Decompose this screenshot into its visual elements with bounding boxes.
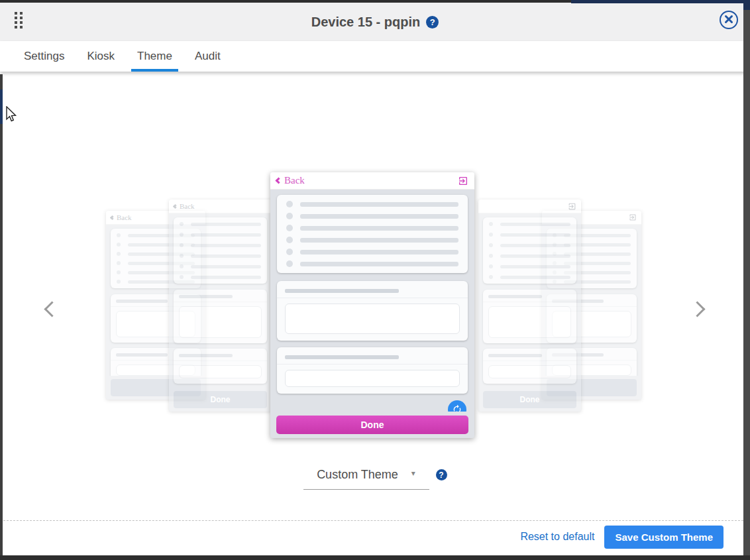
mouse-cursor xyxy=(5,106,17,126)
done-button-preview: Done xyxy=(483,391,576,408)
page-title: Device 15 - pqpin xyxy=(311,15,421,30)
page-edge-left-navy xyxy=(0,89,3,124)
page-edge-right xyxy=(743,0,750,560)
done-button-preview: Done xyxy=(276,416,468,434)
title-help-icon[interactable]: ? xyxy=(426,16,439,28)
close-button[interactable] xyxy=(720,11,738,29)
sign-in-icon xyxy=(458,176,468,186)
chevron-left-icon xyxy=(44,301,60,317)
theme-preview-current: Back Done xyxy=(270,172,474,438)
theme-select[interactable]: Custom Theme ▾ xyxy=(303,467,429,490)
page-edge-left xyxy=(0,74,3,560)
reset-to-default-link[interactable]: Reset to default xyxy=(520,531,594,543)
back-link: Back xyxy=(276,175,305,186)
chevron-left-icon xyxy=(276,178,282,184)
theme-help-icon[interactable]: ? xyxy=(436,469,447,480)
chevron-down-icon: ▾ xyxy=(411,469,415,478)
tab-settings[interactable]: Settings xyxy=(18,41,70,72)
drag-handle-icon[interactable] xyxy=(15,12,23,28)
chevron-left-icon xyxy=(110,215,115,219)
tab-audit[interactable]: Audit xyxy=(189,41,227,72)
refresh-icon xyxy=(448,400,466,412)
theme-select-value: Custom Theme xyxy=(317,468,398,482)
theme-preview-mid-left[interactable]: Back Done xyxy=(169,199,272,412)
tab-kiosk[interactable]: Kiosk xyxy=(81,41,121,72)
tab-bar: Settings Kiosk Theme Audit xyxy=(0,41,750,72)
page-edge-top-navy xyxy=(571,0,750,3)
page-edge-bottom xyxy=(0,555,750,560)
device-theme-modal: Device 15 - pqpin ? Settings Kiosk Theme… xyxy=(0,0,750,560)
carousel-next-button[interactable] xyxy=(688,296,712,325)
tab-theme[interactable]: Theme xyxy=(131,41,178,72)
back-link: Back xyxy=(174,202,195,210)
done-button-preview: Done xyxy=(174,391,267,408)
modal-footer: Reset to default Save Custom Theme xyxy=(0,520,743,555)
theme-preview-mid-right[interactable]: Back Done xyxy=(478,199,581,412)
sign-in-icon xyxy=(568,202,576,211)
modal-header: Device 15 - pqpin ? xyxy=(0,3,750,41)
theme-tab-content: Back Back Done Back xyxy=(0,72,750,520)
back-link: Back xyxy=(111,213,132,221)
save-custom-theme-button[interactable]: Save Custom Theme xyxy=(604,526,723,549)
page-edge-right-navy xyxy=(743,0,750,10)
sign-in-icon xyxy=(629,213,637,221)
chevron-left-icon xyxy=(173,203,178,208)
carousel-prev-button[interactable] xyxy=(37,296,61,325)
close-icon xyxy=(724,15,733,26)
chevron-right-icon xyxy=(689,301,705,317)
